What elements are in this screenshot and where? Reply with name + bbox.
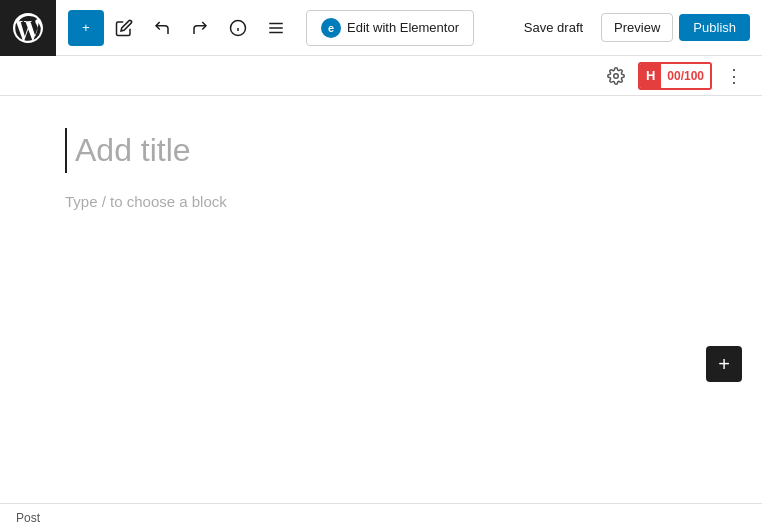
- block-placeholder[interactable]: Type / to choose a block: [65, 193, 697, 210]
- edit-button[interactable]: [106, 10, 142, 46]
- status-label: Post: [16, 511, 40, 525]
- edit-icon: [115, 19, 133, 37]
- redo-icon: [191, 19, 209, 37]
- undo-button[interactable]: [144, 10, 180, 46]
- more-options-button[interactable]: ⋮: [718, 60, 750, 92]
- status-bar: Post: [0, 503, 762, 531]
- heading-score-value: 00/100: [661, 64, 710, 88]
- wp-logo-button[interactable]: [0, 0, 56, 56]
- gear-icon: [607, 67, 625, 85]
- editor-content: Add title Type / to choose a block: [41, 96, 721, 242]
- redo-button[interactable]: [182, 10, 218, 46]
- second-toolbar: H 00/100 ⋮: [0, 56, 762, 96]
- wp-logo-icon: [13, 13, 43, 43]
- preview-button[interactable]: Preview: [601, 13, 673, 42]
- svg-point-6: [614, 73, 619, 78]
- add-block-float-icon: +: [718, 354, 730, 374]
- toolbar-icons: +: [68, 10, 294, 46]
- undo-icon: [153, 19, 171, 37]
- elementor-button-label: Edit with Elementor: [347, 20, 459, 35]
- title-field[interactable]: Add title: [65, 128, 697, 173]
- heading-score-badge[interactable]: H 00/100: [638, 62, 712, 90]
- add-block-float-button[interactable]: +: [706, 346, 742, 382]
- title-placeholder: Add title: [75, 132, 191, 168]
- list-view-button[interactable]: [258, 10, 294, 46]
- toolbar-left: +: [0, 0, 474, 56]
- elementor-button[interactable]: e Edit with Elementor: [306, 10, 474, 46]
- toolbar-right: Save draft Preview Publish: [512, 13, 750, 42]
- elementor-icon: e: [321, 18, 341, 38]
- save-draft-button[interactable]: Save draft: [512, 14, 595, 41]
- info-icon: [229, 19, 247, 37]
- heading-h-label: H: [640, 64, 661, 88]
- publish-button[interactable]: Publish: [679, 14, 750, 41]
- list-icon: [267, 19, 285, 37]
- info-button[interactable]: [220, 10, 256, 46]
- add-icon: +: [82, 20, 90, 35]
- top-toolbar: +: [0, 0, 762, 56]
- add-block-button[interactable]: +: [68, 10, 104, 46]
- more-icon: ⋮: [725, 65, 744, 87]
- editor-area: Add title Type / to choose a block +: [0, 96, 762, 503]
- settings-button[interactable]: [600, 60, 632, 92]
